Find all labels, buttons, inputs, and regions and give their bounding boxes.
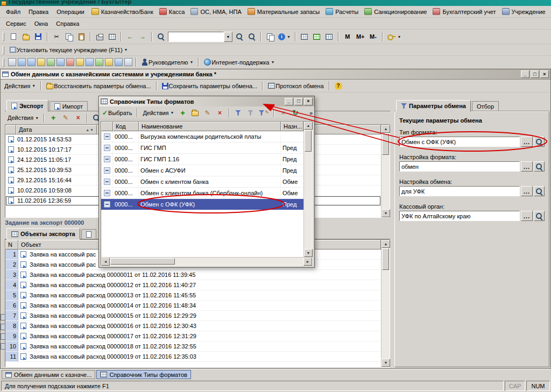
scrollbar-thumb[interactable] bbox=[382, 248, 389, 270]
redo-button[interactable]: → bbox=[137, 31, 148, 42]
header-purpose[interactable]: Назн... bbox=[281, 122, 303, 131]
dialog-actions-button[interactable]: Действия▼ bbox=[141, 108, 175, 118]
menu-windows[interactable]: Окна bbox=[31, 19, 52, 28]
quick-icon-13[interactable] bbox=[124, 58, 132, 66]
undo-button[interactable]: ← bbox=[125, 31, 136, 42]
edge-icon-1[interactable] bbox=[1, 314, 5, 320]
minimize-button[interactable]: _ bbox=[521, 70, 529, 78]
cash-authority-input[interactable] bbox=[399, 211, 520, 221]
format-type-open-button[interactable] bbox=[534, 137, 545, 147]
exchange-setting-ellipsis-button[interactable]: ... bbox=[521, 186, 533, 196]
dialog-filter-button[interactable] bbox=[233, 108, 244, 118]
menu-fixed-assets[interactable]: ОС, НМА, НПА bbox=[188, 7, 244, 16]
search-dropdown-button[interactable]: ▼ bbox=[224, 32, 232, 42]
menu-file[interactable]: Файл bbox=[2, 8, 24, 16]
tab-export[interactable]: Экспорт bbox=[6, 100, 48, 112]
memory-minus-button[interactable]: M- bbox=[368, 31, 379, 42]
scroll-down-icon[interactable]: ▼ bbox=[304, 249, 313, 257]
object-row[interactable]: 5Заявка на кассовый расход 00000013 от 1… bbox=[5, 290, 381, 301]
menu-edit[interactable]: Правка bbox=[25, 8, 52, 16]
toolbar-grip[interactable] bbox=[3, 58, 4, 67]
format-row[interactable]: 0000...Обмен с АСУФИПред bbox=[101, 165, 303, 176]
export-list-vertical-scrollbar[interactable]: ▲ ▼ bbox=[381, 125, 390, 217]
tab-export-objects[interactable]: Объекты экспорта bbox=[6, 228, 80, 240]
exchange-setting-open-button[interactable] bbox=[534, 186, 545, 196]
dialog-filter-settings-button[interactable]: ✎ bbox=[258, 108, 271, 118]
dialog-select-button[interactable]: ✓Выбрать bbox=[101, 108, 133, 118]
format-row[interactable]: 0000...ГИС ГМП 1.16Пред bbox=[101, 154, 303, 165]
quick-icon-3[interactable] bbox=[27, 58, 36, 66]
quick-icon-11[interactable] bbox=[105, 58, 113, 66]
menu-cash[interactable]: Касса bbox=[157, 7, 188, 16]
delete-row-button[interactable]: × bbox=[73, 112, 83, 123]
header-name[interactable]: Наименование bbox=[139, 122, 281, 131]
format-setting-ellipsis-button[interactable]: ... bbox=[521, 161, 533, 172]
restore-button[interactable]: □ bbox=[531, 70, 539, 78]
dialog-vertical-scrollbar[interactable]: ▲ ▼ bbox=[303, 122, 312, 257]
scroll-right-icon[interactable]: ► bbox=[303, 258, 312, 266]
menu-treasury-bank[interactable]: Казначейство/Банк bbox=[89, 7, 156, 16]
object-row[interactable]: 6Заявка на кассовый расход 00000014 от 1… bbox=[5, 301, 381, 311]
scroll-up-icon[interactable]: ▲ bbox=[382, 125, 390, 133]
toolbar-grip[interactable] bbox=[3, 32, 4, 41]
cash-authority-ellipsis-button[interactable]: ... bbox=[521, 211, 533, 221]
dialog-add-button[interactable]: + bbox=[178, 108, 188, 118]
save-exchange-params-button[interactable]: Сохранить параметры обмена... bbox=[160, 81, 259, 91]
format-setting-open-button[interactable] bbox=[534, 161, 545, 172]
quick-icon-5[interactable] bbox=[47, 58, 55, 66]
open-button[interactable] bbox=[20, 31, 31, 42]
object-row[interactable]: 7Заявка на кассовый расход 00000015 от 1… bbox=[5, 311, 381, 321]
object-row[interactable]: 3Заявка на кассовый расход 00000011 от 1… bbox=[5, 270, 381, 280]
format-row-selected[interactable]: 0000...Обмен с ОФК (УФК)Пред bbox=[101, 199, 303, 210]
header-date[interactable]: Дата▲▼ bbox=[16, 125, 97, 134]
dialog-edit-button[interactable]: ✎ bbox=[202, 108, 213, 118]
edit-row-button[interactable]: ✎ bbox=[60, 112, 71, 123]
format-setting-input[interactable] bbox=[399, 161, 520, 172]
exchange-window-titlebar[interactable]: Обмен данными с казначейскими системами … bbox=[1, 69, 550, 80]
tab-filter[interactable]: Отбор bbox=[472, 101, 499, 111]
cash-authority-open-button[interactable] bbox=[534, 211, 545, 221]
quick-icon-8[interactable] bbox=[76, 58, 84, 66]
table-settings-button[interactable] bbox=[312, 31, 322, 42]
quick-icon-2[interactable] bbox=[18, 58, 26, 66]
cut-button[interactable]: ✂ bbox=[51, 31, 62, 42]
wintab-exchange[interactable]: Обмен данными с казначе... bbox=[2, 370, 95, 379]
restore-exchange-params-button[interactable]: Восстановить параметры обмена... bbox=[45, 81, 152, 91]
edge-icon-3[interactable] bbox=[1, 333, 5, 340]
menu-service[interactable]: Сервис bbox=[2, 19, 30, 28]
menu-operations[interactable]: Операции bbox=[53, 8, 88, 16]
paste-button[interactable] bbox=[76, 31, 87, 42]
scrollbar-thumb[interactable] bbox=[110, 258, 175, 265]
dialog-add-group-button[interactable] bbox=[190, 108, 201, 118]
wintab-format-types[interactable]: Справочник Типы форматов bbox=[96, 370, 190, 379]
tab-exchange-params[interactable]: Параметры обмена bbox=[396, 100, 471, 112]
dialog-cancel-search-button[interactable]: × bbox=[278, 108, 288, 118]
quick-icon-10[interactable] bbox=[95, 58, 103, 66]
quick-icon-6[interactable] bbox=[56, 58, 65, 66]
copy-button[interactable] bbox=[63, 31, 74, 42]
edge-icon-2[interactable] bbox=[1, 324, 5, 330]
actions-menu-button[interactable]: Действия▼ bbox=[3, 81, 37, 91]
add-row-button[interactable]: + bbox=[48, 112, 59, 123]
help-button[interactable]: ? bbox=[333, 81, 344, 91]
memory-plus-button[interactable]: M+ bbox=[355, 31, 366, 42]
new-document-button[interactable] bbox=[8, 31, 19, 42]
format-copy-button[interactable] bbox=[265, 31, 276, 42]
scroll-up-icon[interactable]: ▲ bbox=[304, 122, 313, 130]
table-button[interactable] bbox=[299, 31, 310, 42]
menu-institution[interactable]: Учреждение bbox=[499, 7, 548, 16]
format-type-input[interactable] bbox=[399, 137, 520, 147]
scrollbar-thumb[interactable] bbox=[305, 130, 312, 152]
object-row[interactable]: 8Заявка на кассовый расход 00000016 от 1… bbox=[5, 321, 381, 331]
menu-settlements[interactable]: Расчеты bbox=[323, 7, 361, 16]
menu-inventory[interactable]: Материальные запасы bbox=[245, 7, 323, 16]
export-actions-menu-button[interactable]: Действия▼ bbox=[6, 112, 40, 123]
exchange-protocol-button[interactable]: Протокол обмена bbox=[266, 81, 325, 91]
quick-icon-1[interactable] bbox=[8, 58, 16, 66]
menu-accounting[interactable]: Бухгалтерский учет bbox=[430, 7, 498, 16]
search-button[interactable] bbox=[156, 31, 166, 42]
format-row[interactable]: 0000...ГИС ГМППред bbox=[101, 142, 303, 154]
scroll-up-icon[interactable]: ▲ bbox=[382, 240, 390, 248]
dialog-refresh-button[interactable]: ↻ bbox=[290, 108, 301, 118]
access-rights-button[interactable]: ▼ bbox=[386, 31, 402, 42]
